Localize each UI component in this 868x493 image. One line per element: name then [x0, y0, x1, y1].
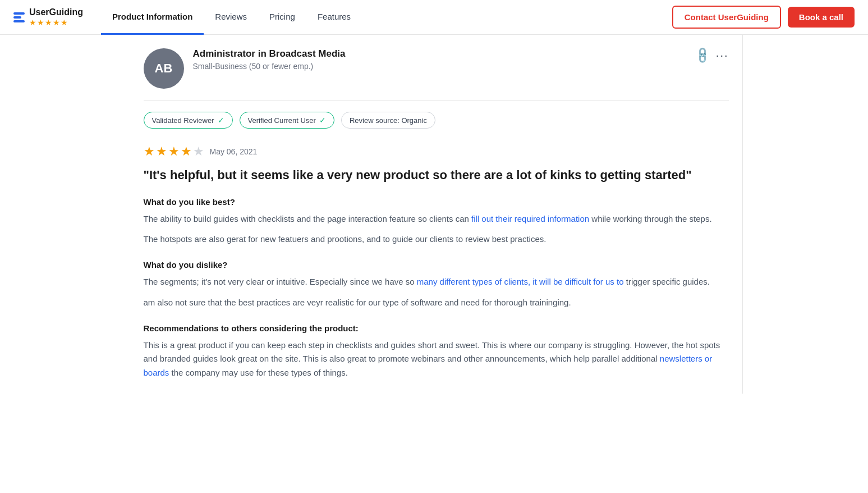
- badge-verified-user: Verified Current User ✓: [240, 112, 334, 129]
- badge-validated-label: Validated Reviewer: [152, 116, 214, 125]
- review-star-4: ★: [181, 144, 192, 159]
- navbar: UserGuiding ★ ★ ★ ★ ★ Product Informatio…: [0, 0, 868, 35]
- reviewer-header: AB Administrator in Broadcast Media Smal…: [144, 48, 729, 101]
- badge-validated-reviewer: Validated Reviewer ✓: [144, 112, 233, 129]
- logo-stars: ★ ★ ★ ★ ★: [29, 18, 83, 27]
- reviewer-info: Administrator in Broadcast Media Small-B…: [193, 48, 729, 71]
- review-star-2: ★: [156, 144, 167, 159]
- review-rating-row: ★ ★ ★ ★ ★ May 06, 2021: [144, 144, 729, 159]
- book-call-button[interactable]: Book a call: [788, 7, 855, 28]
- star-3: ★: [45, 18, 52, 27]
- more-options-icon[interactable]: ···: [716, 49, 729, 62]
- badges: Validated Reviewer ✓ Verified Current Us…: [144, 112, 729, 129]
- badge-organic-label: Review source: Organic: [350, 116, 427, 125]
- logo-text: UserGuiding: [29, 7, 83, 17]
- review-section-3: Recommendations to others considering th…: [144, 323, 729, 380]
- avatar: AB: [144, 48, 184, 89]
- contact-button[interactable]: Contact UserGuiding: [672, 6, 781, 29]
- review-section-1: What do you like best? The ability to bu…: [144, 197, 729, 247]
- checkmark-icon-1: ✓: [218, 116, 224, 125]
- review-section: ★ ★ ★ ★ ★ May 06, 2021 "It's helpful, bu…: [144, 129, 729, 380]
- star-4: ★: [53, 18, 60, 27]
- badge-review-source: Review source: Organic: [341, 112, 435, 129]
- logo[interactable]: UserGuiding ★ ★ ★ ★ ★: [13, 7, 83, 27]
- highlight-3: newsletters or boards: [144, 354, 713, 377]
- badge-verified-label: Verified Current User: [248, 116, 316, 125]
- nav-product-information[interactable]: Product Information: [101, 0, 204, 35]
- logo-icon: [13, 12, 25, 22]
- review-q-3: Recommendations to others considering th…: [144, 323, 729, 333]
- review-a-2-p2: am also not sure that the best practices…: [144, 296, 729, 310]
- checkmark-icon-2: ✓: [319, 116, 326, 125]
- star-1: ★: [29, 18, 36, 27]
- review-star-1: ★: [144, 144, 155, 159]
- nav-actions: Contact UserGuiding Book a call: [672, 6, 855, 29]
- content-wrapper: AB Administrator in Broadcast Media Smal…: [126, 35, 743, 394]
- review-title: "It's helpful, but it seems like a very …: [144, 167, 729, 184]
- reviewer-meta: Small-Business (50 or fewer emp.): [193, 62, 729, 71]
- review-star-5: ★: [193, 144, 204, 159]
- nav-reviews[interactable]: Reviews: [204, 0, 258, 35]
- review-stars: ★ ★ ★ ★ ★: [144, 144, 204, 159]
- star-5: ★: [61, 18, 68, 27]
- review-q-1: What do you like best?: [144, 197, 729, 207]
- nav-links: Product Information Reviews Pricing Feat…: [101, 0, 672, 35]
- review-section-2: What do you dislike? The segments; it's …: [144, 260, 729, 310]
- reviewer-actions: 🔗 ···: [695, 48, 729, 62]
- review-a-1-p1: The ability to build guides with checkli…: [144, 212, 729, 226]
- highlight-1: fill out their required information: [471, 214, 589, 223]
- main-content: AB Administrator in Broadcast Media Smal…: [126, 35, 743, 394]
- nav-features[interactable]: Features: [306, 0, 362, 35]
- review-a-3-p1: This is a great product if you can keep …: [144, 339, 729, 380]
- review-date: May 06, 2021: [210, 147, 258, 156]
- review-a-1-p2: The hotspots are also gerat for new feat…: [144, 232, 729, 247]
- review-star-3: ★: [168, 144, 180, 159]
- star-2: ★: [37, 18, 44, 27]
- nav-pricing[interactable]: Pricing: [258, 0, 306, 35]
- reviewer-name: Administrator in Broadcast Media: [193, 48, 729, 60]
- review-a-2-p1: The segments; it's not very clear or int…: [144, 275, 729, 289]
- review-q-2: What do you dislike?: [144, 260, 729, 270]
- highlight-2: many different types of clients, it will…: [417, 277, 624, 286]
